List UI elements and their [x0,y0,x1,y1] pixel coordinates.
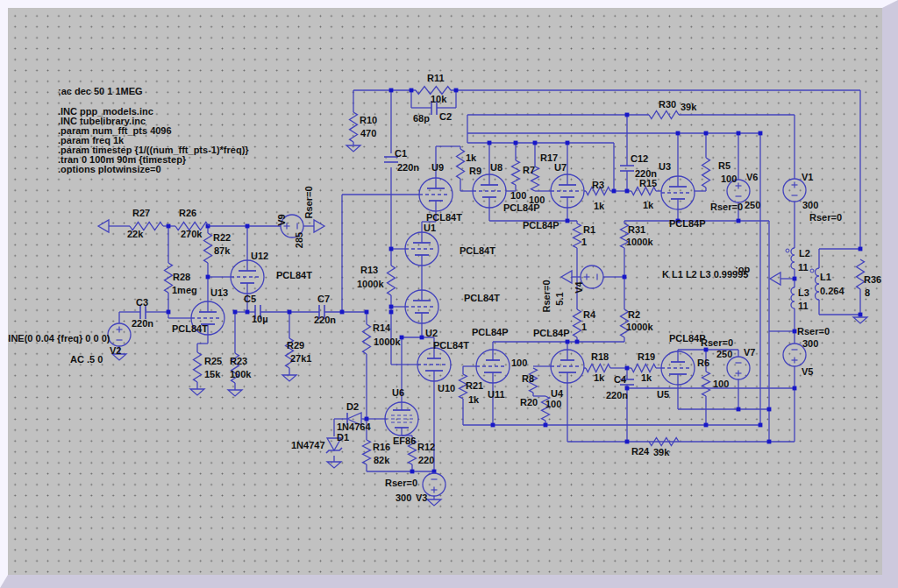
label-R24[interactable]: R24 [631,447,649,457]
value-R18[interactable]: 1k [594,373,604,383]
label-U6[interactable]: U6 [392,388,404,398]
label-C5[interactable]: C5 [244,294,256,304]
value-R14[interactable]: 1000k [374,337,401,347]
value-V6[interactable]: 250 [745,201,760,210]
label-L3[interactable]: L3 [798,288,809,298]
label-C4[interactable]: C4 [614,375,626,385]
label-R22[interactable]: R22 [213,233,231,243]
value-V7[interactable]: 250 [716,350,732,359]
value-R7[interactable]: 100 [510,191,526,201]
label-R12[interactable]: R12 [417,443,435,452]
label-C12[interactable]: C12 [631,154,648,164]
label-R19[interactable]: R19 [638,352,655,362]
label-C1[interactable]: C1 [395,149,407,159]
value-L1[interactable]: 0.264 [820,287,845,296]
label-R31[interactable]: R31 [628,225,645,235]
value-R20[interactable]: 100 [545,400,561,409]
value-R25[interactable]: 15k [204,370,220,379]
label-R7[interactable]: R7 [523,166,535,175]
value-V3[interactable]: 300 [396,493,411,503]
rser-V4[interactable]: Rser=0 [542,280,552,312]
label-R15[interactable]: R15 [639,179,657,188]
type-U7[interactable]: PCL84P [523,221,559,230]
label-R25[interactable]: R25 [204,357,222,366]
rser-V3[interactable]: Rser=0 [385,478,417,488]
value-R13[interactable]: 1000k [357,280,384,289]
value-R26[interactable]: 270k [181,230,202,239]
label-R36[interactable]: R36 [864,275,881,285]
value-R6[interactable]: 100 [713,379,729,389]
type-U11[interactable]: PCL84P [472,328,509,337]
directive-options[interactable]: .options plotwinsize=0 [58,165,161,174]
label-R10[interactable]: R10 [360,116,377,125]
label-R26[interactable]: R26 [179,209,196,218]
rser-V1[interactable]: Rser=0 [809,213,842,223]
value-R15[interactable]: 1k [643,201,653,210]
value-V9[interactable]: 285 [295,232,304,248]
label-V3[interactable]: V3 [416,493,427,503]
value-R36[interactable]: 8 [865,288,870,298]
value-R21[interactable]: 1k [468,395,479,405]
value-R16[interactable]: 82k [374,456,389,465]
label-U1[interactable]: U1 [424,223,436,233]
label-L1[interactable]: L1 [820,273,831,282]
label-R4[interactable]: R4 [583,310,595,320]
label-C3[interactable]: C3 [136,298,148,308]
label-R30[interactable]: R30 [659,100,676,110]
label-R29[interactable]: R29 [287,341,304,351]
schematic-canvas[interactable]: ;ac dec 50 1 1MEG.INC ppp_models.inc.INC… [8,8,882,575]
type-U9[interactable]: PCL84T [426,213,462,223]
label-V7[interactable]: V7 [744,348,755,358]
label-U10[interactable]: U10 [438,384,455,393]
type-U12[interactable]: PCL84T [276,271,312,280]
value-R24[interactable]: 39k [653,448,669,457]
directive-ac[interactable]: ;ac dec 50 1 1MEG [58,87,143,96]
value-C2[interactable]: 68p [413,114,430,124]
type-U2[interactable]: PCL84T [433,341,469,351]
label-R13[interactable]: R13 [360,266,378,275]
value-V2-ac[interactable]: AC .5 0 [70,355,103,365]
value-R9[interactable]: 1k [466,153,476,163]
label-R3[interactable]: R3 [592,181,604,190]
label-R16[interactable]: R16 [373,443,390,452]
type-U2-top[interactable]: PCL84T [464,294,500,303]
value-C1[interactable]: 220n [397,163,419,173]
label-V6[interactable]: V6 [746,173,758,182]
value-C7[interactable]: 220n [314,315,336,325]
value-R28[interactable]: 1meg [172,286,197,295]
type-U13[interactable]: PCL84T [172,324,208,334]
value-C4[interactable]: 220n [606,391,628,400]
label-U4[interactable]: U4 [551,389,563,399]
value-R4[interactable]: 1 [581,322,587,332]
label-R27[interactable]: R27 [132,209,150,218]
label-R6[interactable]: R6 [697,358,709,368]
type-U3[interactable]: PCL84P [669,219,706,229]
value-R22[interactable]: 87k [214,246,230,256]
label-R8[interactable]: R8 [522,374,534,384]
label-U12[interactable]: U12 [251,251,268,261]
label-U9[interactable]: U9 [431,163,444,173]
value-R17[interactable]: 100 [529,195,545,205]
value-C3[interactable]: 220n [132,319,153,329]
label-D1[interactable]: D1 [337,433,349,443]
label-U7[interactable]: U7 [554,163,567,173]
type-U6[interactable]: EF86 [393,436,416,446]
label-C7[interactable]: C7 [317,294,330,304]
label-C2[interactable]: C2 [439,112,452,122]
label-U5[interactable]: U5 [657,390,669,400]
value-R30[interactable]: 39k [681,103,696,112]
label-R21[interactable]: R21 [466,381,483,391]
value-V4[interactable]: 5.1 [555,292,565,305]
value-R31[interactable]: 1000k [626,237,653,247]
label-R11[interactable]: R11 [427,74,445,83]
value-R29[interactable]: 27k1 [290,354,311,364]
rser-V6[interactable]: Rser=0 [710,202,743,212]
value-V2-sine[interactable]: SINE(0 0.04 {freq} 0 0 0) [8,334,110,344]
label-V1[interactable]: V1 [802,173,813,182]
value-D1[interactable]: 1N4747 [291,441,325,450]
value-R3[interactable]: 1k [594,202,604,211]
label-L2[interactable]: L2 [799,249,810,259]
label-U8[interactable]: U8 [490,163,502,173]
label-U11[interactable]: U11 [488,390,505,400]
label-R2[interactable]: R2 [628,310,640,320]
